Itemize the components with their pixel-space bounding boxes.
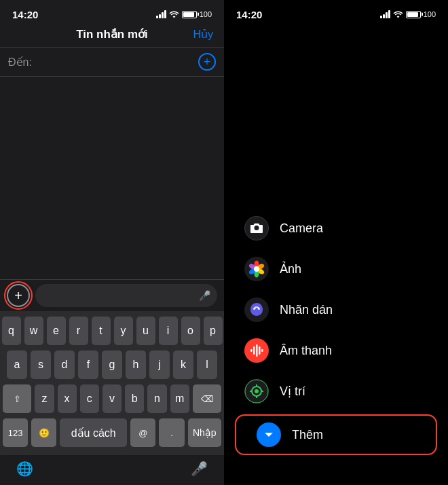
key-r[interactable]: r <box>69 317 88 345</box>
key-y[interactable]: y <box>114 317 133 345</box>
to-field: Đến: + <box>0 47 224 77</box>
key-v[interactable]: v <box>102 384 122 413</box>
nav-title: Tin nhắn mới <box>76 27 148 41</box>
to-label: Đến: <box>8 56 32 69</box>
camera-label: Camera <box>280 221 323 236</box>
location-icon <box>244 379 269 403</box>
key-z[interactable]: z <box>35 384 54 413</box>
nav-bar: Tin nhắn mới Hủy <box>0 24 224 47</box>
menu-item-more[interactable]: Thêm <box>235 414 437 455</box>
key-p[interactable]: p <box>204 317 223 345</box>
camera-icon <box>244 216 269 240</box>
stickers-label: Nhãn dán <box>280 303 333 317</box>
globe-icon[interactable]: 🌐 <box>16 461 33 477</box>
left-panel: 14:20 100 Tin nhắn mới Hủy Đến: <box>0 0 224 485</box>
status-bar-left: 14:20 100 <box>0 0 224 24</box>
status-time-left: 14:20 <box>12 9 38 20</box>
key-m[interactable]: m <box>170 384 189 413</box>
audio-label: Âm thanh <box>280 344 332 358</box>
svg-rect-16 <box>261 349 263 352</box>
key-t[interactable]: t <box>92 317 111 345</box>
status-time-right: 14:20 <box>236 9 262 20</box>
key-delete[interactable]: ⌫ <box>193 384 221 413</box>
key-at[interactable]: @ <box>130 418 155 447</box>
audio-icon <box>244 338 269 363</box>
wifi-icon-right <box>393 10 403 19</box>
key-a[interactable]: a <box>7 351 27 379</box>
key-s[interactable]: s <box>31 351 51 379</box>
svg-rect-15 <box>259 346 261 355</box>
bottom-bar-left: 🌐 🎤 <box>0 455 224 485</box>
stickers-icon <box>244 298 269 322</box>
key-n[interactable]: n <box>147 384 166 413</box>
location-label: Vị trí <box>280 384 305 399</box>
keyboard-row-4: 123 🙂 dấu cách @ . Nhập <box>3 418 221 447</box>
key-c[interactable]: c <box>80 384 99 413</box>
toolbar: + 🎤 <box>0 279 224 311</box>
key-u[interactable]: u <box>136 317 155 345</box>
message-input-bar[interactable]: 🎤 <box>35 284 217 307</box>
status-bar-right: 14:20 100 <box>224 0 448 24</box>
key-l[interactable]: l <box>197 351 217 379</box>
message-area <box>0 77 224 279</box>
key-emoji[interactable]: 🙂 <box>31 418 56 447</box>
wifi-icon <box>169 10 179 19</box>
key-b[interactable]: b <box>125 384 144 413</box>
signal-icon-right <box>380 10 390 18</box>
key-123[interactable]: 123 <box>3 418 28 447</box>
battery-icon-right <box>406 11 421 18</box>
more-icon <box>257 423 281 447</box>
svg-rect-13 <box>253 346 255 355</box>
menu-item-photos[interactable]: Ảnh <box>224 249 448 289</box>
key-g[interactable]: g <box>102 351 122 379</box>
key-h[interactable]: h <box>126 351 146 379</box>
key-o[interactable]: o <box>181 317 200 345</box>
battery-text-left: 100 <box>200 10 212 18</box>
keyboard-row-2: a s d f g h j k l <box>3 351 221 379</box>
key-j[interactable]: j <box>149 351 170 379</box>
mic-icon-large[interactable]: 🎤 <box>191 461 208 477</box>
to-input[interactable] <box>36 56 194 68</box>
add-contact-button[interactable]: + <box>198 53 216 71</box>
right-content: Camera Ảnh <box>224 24 448 485</box>
mic-icon-small: 🎤 <box>199 290 210 301</box>
key-q[interactable]: q <box>2 317 21 345</box>
battery-icon <box>182 11 197 18</box>
signal-icon <box>156 10 166 18</box>
key-k[interactable]: k <box>173 351 193 379</box>
menu-item-stickers[interactable]: Nhãn dán <box>224 289 448 330</box>
status-icons-left: 100 <box>156 10 212 19</box>
photos-label: Ảnh <box>280 262 301 276</box>
keyboard-row-3: ⇧ z x c v b n m ⌫ <box>3 384 221 413</box>
menu-item-audio[interactable]: Âm thanh <box>224 330 448 371</box>
key-space[interactable]: dấu cách <box>60 418 127 447</box>
toolbar-plus-button[interactable]: + <box>7 284 30 307</box>
svg-rect-12 <box>250 349 253 352</box>
more-label: Thêm <box>292 428 323 442</box>
key-w[interactable]: w <box>24 317 43 345</box>
svg-rect-14 <box>256 344 258 357</box>
svg-point-7 <box>254 266 259 272</box>
status-icons-right: 100 <box>380 10 436 19</box>
svg-point-10 <box>258 308 260 310</box>
key-shift[interactable]: ⇧ <box>3 384 31 413</box>
right-panel: 14:20 100 <box>224 0 448 485</box>
key-return[interactable]: Nhập <box>188 418 222 447</box>
menu-item-location[interactable]: Vị trí <box>224 371 448 412</box>
battery-text-right: 100 <box>424 10 436 18</box>
svg-point-20 <box>255 389 259 393</box>
svg-point-9 <box>254 308 256 310</box>
cancel-button[interactable]: Hủy <box>193 28 213 41</box>
key-d[interactable]: d <box>54 351 75 379</box>
menu-item-camera[interactable]: Camera <box>224 208 448 249</box>
key-dot[interactable]: . <box>159 418 184 447</box>
key-x[interactable]: x <box>58 384 77 413</box>
key-e[interactable]: e <box>47 317 66 345</box>
key-i[interactable]: i <box>159 317 178 345</box>
photos-icon <box>244 257 269 281</box>
keyboard-row-1: q w e r t y u i o p <box>3 317 221 345</box>
keyboard: q w e r t y u i o p a s d f g h j k l ⇧ … <box>0 311 224 455</box>
key-f[interactable]: f <box>78 351 98 379</box>
